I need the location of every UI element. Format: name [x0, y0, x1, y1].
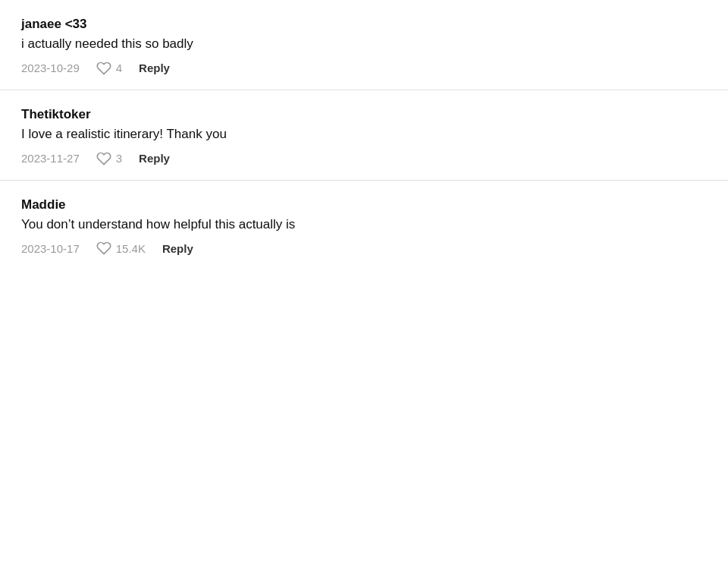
heart-icon	[96, 61, 111, 76]
reply-button[interactable]: Reply	[139, 152, 170, 165]
heart-icon	[96, 151, 111, 166]
comment-date: 2023-11-27	[21, 152, 80, 165]
comment-username: Maddie	[21, 197, 707, 213]
comment-text: i actually needed this so badly	[21, 35, 707, 53]
comment-item: Thetiktoker I love a realistic itinerary…	[0, 90, 728, 181]
comments-list: janaee <33 i actually needed this so bad…	[0, 0, 728, 269]
reply-button[interactable]: Reply	[162, 242, 193, 255]
comment-date: 2023-10-17	[21, 242, 80, 255]
reply-button[interactable]: Reply	[139, 61, 170, 74]
comment-meta: 2023-10-17 15.4K Reply	[21, 241, 707, 256]
comment-likes: 4	[96, 61, 122, 76]
comment-date: 2023-10-29	[21, 61, 80, 74]
comment-username: janaee <33	[21, 17, 707, 32]
likes-count: 15.4K	[116, 242, 146, 255]
likes-count: 4	[116, 61, 122, 74]
comment-meta: 2023-10-29 4 Reply	[21, 61, 707, 76]
heart-icon	[96, 241, 111, 256]
comment-meta: 2023-11-27 3 Reply	[21, 151, 707, 166]
comment-likes: 15.4K	[96, 241, 146, 256]
comment-item: Maddie You don’t understand how helpful …	[0, 181, 728, 270]
comment-text: I love a realistic itinerary! Thank you	[21, 125, 707, 143]
comment-username: Thetiktoker	[21, 107, 707, 122]
comment-likes: 3	[96, 151, 122, 166]
likes-count: 3	[116, 152, 122, 165]
comment-item: janaee <33 i actually needed this so bad…	[0, 0, 728, 90]
comment-text: You don’t understand how helpful this ac…	[21, 216, 707, 234]
